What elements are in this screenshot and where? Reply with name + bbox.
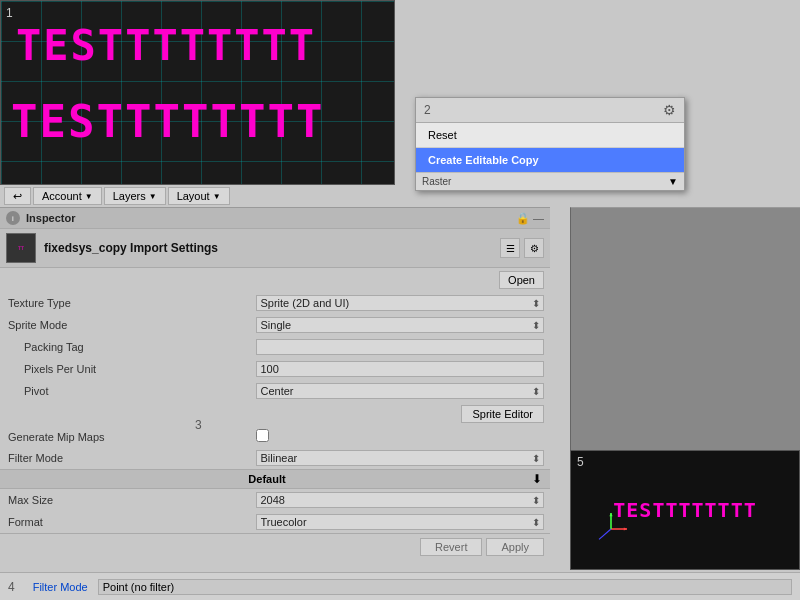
layers-label: Layers — [113, 190, 146, 202]
sprite-mode-cell: Single — [248, 314, 551, 336]
download-icon[interactable]: ⬇ — [532, 472, 542, 486]
canvas-text-bottom: TESTTTTTTTT — [11, 96, 324, 147]
sprite-mode-select-wrapper: Single — [256, 317, 545, 333]
inspector-title: Inspector — [26, 212, 76, 224]
layout-button[interactable]: Layout ▼ — [168, 187, 230, 205]
asset-actions: ☰ ⚙ — [500, 238, 544, 258]
panel-4-number: 4 — [8, 580, 15, 594]
generate-mip-maps-row: Generate Mip Maps — [0, 426, 550, 447]
undo-icon: ↩ — [13, 190, 22, 203]
sprite-editor-cell: Sprite Editor — [248, 402, 551, 426]
pivot-row: Pivot Center — [0, 380, 550, 402]
lock-icon[interactable]: 🔒 — — [516, 212, 544, 225]
format-select-wrapper: Truecolor — [256, 514, 545, 530]
sprite-editor-row: Sprite Editor — [0, 402, 550, 426]
texture-type-select[interactable]: Sprite (2D and UI) — [256, 295, 545, 311]
game-panel: 5 TESTTTTTTTT — [570, 450, 800, 570]
format-cell: Truecolor — [248, 511, 551, 533]
default-section: Default ⬇ — [0, 469, 550, 489]
packing-tag-label: Packing Tag — [0, 336, 248, 358]
pivot-cell: Center — [248, 380, 551, 402]
properties-table: Texture Type Sprite (2D and UI) Sprite M… — [0, 292, 550, 469]
texture-type-row: Texture Type Sprite (2D and UI) — [0, 292, 550, 314]
svg-line-2 — [599, 529, 611, 539]
generate-mip-maps-label: Generate Mip Maps — [0, 426, 248, 447]
default-section-label: Default — [8, 473, 526, 485]
svg-marker-3 — [624, 527, 627, 530]
action-bar: Revert Apply — [0, 533, 550, 560]
filter-mode-row: Filter Mode Bilinear — [0, 447, 550, 469]
max-size-select[interactable]: 2048 — [256, 492, 545, 508]
popup-header: 2 ⚙ — [416, 98, 684, 123]
sprite-editor-button[interactable]: Sprite Editor — [461, 405, 544, 423]
axes-icon — [591, 509, 631, 549]
layers-button[interactable]: Layers ▼ — [104, 187, 166, 205]
filter-mode-link[interactable]: Filter Mode — [33, 581, 88, 593]
create-editable-button[interactable]: Create Editable Copy — [416, 148, 684, 172]
sprite-mode-row: Sprite Mode Single — [0, 314, 550, 336]
account-label: Account — [42, 190, 82, 202]
pixels-per-unit-row: Pixels Per Unit — [0, 358, 550, 380]
packing-tag-cell — [248, 336, 551, 358]
open-button[interactable]: Open — [499, 271, 544, 289]
canvas-text-top: TESTTTTTTTT — [16, 21, 316, 70]
raster-bar: Raster ▼ — [416, 172, 684, 190]
inspector-panel: i Inspector 3 🔒 — TT fixedsys_copy Impor… — [0, 207, 550, 560]
asset-row: TT fixedsys_copy Import Settings ☰ ⚙ — [0, 229, 550, 268]
pixels-per-unit-input[interactable] — [256, 361, 545, 377]
gear-icon[interactable]: ⚙ — [663, 102, 676, 118]
statusbar: 4 Filter Mode Point (no filter) — [0, 572, 800, 600]
canvas-panel: 1 TESTTTTTTTT TESTTTTTTTT — [0, 0, 395, 185]
inspector-icon: i — [6, 211, 20, 225]
filter-mode-label: Filter Mode — [0, 447, 248, 469]
account-arrow-icon: ▼ — [85, 192, 93, 201]
asset-thumbnail: TT — [6, 233, 36, 263]
packing-tag-row: Packing Tag — [0, 336, 550, 358]
default-props-table: Max Size 2048 Format Truecolor — [0, 489, 550, 533]
asset-icon-preview[interactable]: ☰ — [500, 238, 520, 258]
layout-label: Layout — [177, 190, 210, 202]
open-row: Open — [0, 268, 550, 292]
pixels-per-unit-cell — [248, 358, 551, 380]
asset-icon-settings[interactable]: ⚙ — [524, 238, 544, 258]
panel-3-number: 3 — [195, 418, 202, 432]
raster-dropdown-arrow[interactable]: ▼ — [668, 176, 678, 187]
filter-value: Point (no filter) — [98, 579, 792, 595]
right-side-panel — [570, 207, 800, 450]
undo-button[interactable]: ↩ — [4, 187, 31, 205]
filter-mode-select-wrapper: Bilinear — [256, 450, 545, 466]
filter-mode-select[interactable]: Bilinear — [256, 450, 545, 466]
generate-mip-maps-cell — [248, 426, 551, 447]
layers-arrow-icon: ▼ — [149, 192, 157, 201]
sprite-mode-select[interactable]: Single — [256, 317, 545, 333]
panel-5-number: 5 — [577, 455, 584, 469]
texture-type-select-wrapper: Sprite (2D and UI) — [256, 295, 545, 311]
format-select[interactable]: Truecolor — [256, 514, 545, 530]
account-button[interactable]: Account ▼ — [33, 187, 102, 205]
revert-button[interactable]: Revert — [420, 538, 482, 556]
pivot-select-wrapper: Center — [256, 383, 545, 399]
texture-type-label: Texture Type — [0, 292, 248, 314]
generate-mip-maps-checkbox[interactable] — [256, 429, 269, 442]
apply-button[interactable]: Apply — [486, 538, 544, 556]
raster-label: Raster — [422, 176, 451, 187]
max-size-row: Max Size 2048 — [0, 489, 550, 511]
max-size-label: Max Size — [0, 489, 248, 511]
reset-button[interactable]: Reset — [416, 123, 684, 148]
asset-name: fixedsys_copy Import Settings — [44, 241, 492, 255]
pivot-select[interactable]: Center — [256, 383, 545, 399]
inspector-header: i Inspector 3 🔒 — — [0, 208, 550, 229]
game-text: TESTTTTTTTT — [613, 498, 756, 522]
popup-panel: 2 ⚙ Reset Create Editable Copy Raster ▼ — [415, 97, 685, 191]
max-size-select-wrapper: 2048 — [256, 492, 545, 508]
texture-type-cell: Sprite (2D and UI) — [248, 292, 551, 314]
sprite-mode-label: Sprite Mode — [0, 314, 248, 336]
filter-mode-cell: Bilinear — [248, 447, 551, 469]
max-size-cell: 2048 — [248, 489, 551, 511]
panel-2-number: 2 — [424, 103, 431, 117]
packing-tag-input[interactable] — [256, 339, 545, 355]
pixels-per-unit-label: Pixels Per Unit — [0, 358, 248, 380]
layout-arrow-icon: ▼ — [213, 192, 221, 201]
panel-1-number: 1 — [6, 6, 13, 20]
svg-marker-4 — [609, 513, 612, 516]
